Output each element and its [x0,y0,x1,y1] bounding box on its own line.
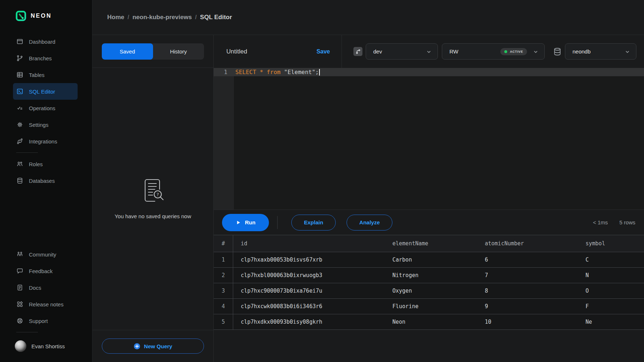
avatar [15,340,26,352]
sidebar-item-docs[interactable]: Docs [13,279,78,296]
table-header-row: # id elementName atomicNumber symbol [214,235,644,252]
neon-logo[interactable]: NEON [16,10,92,22]
cell-id: clp7hxbl000063b0ixrwuogb3 [233,272,392,279]
sidebar-item-label: Feedback [29,268,53,274]
sidebar-item-label: Docs [29,285,41,291]
column-header-symbol: symbol [586,240,644,247]
life-ring-icon [16,317,23,324]
plus-circle-icon [134,343,140,350]
document-icon [16,284,23,291]
sidebar-item-label: Roles [29,161,43,167]
chevron-down-icon [624,48,631,55]
editor-pane: Untitled Save dev [214,35,644,362]
chevron-down-icon [425,48,432,55]
query-row-count: 5 rows [619,219,635,225]
sidebar-item-feedback[interactable]: Feedback [13,263,78,279]
sidebar-item-community[interactable]: Community [13,246,78,263]
table-row[interactable]: 3 clp7hxc9000073b0ixa76ei7u Oxygen 8 O [214,283,644,299]
sidebar-item-label: Tables [29,72,44,78]
sidebar-spacer [0,189,92,246]
breadcrumb-project[interactable]: neon-kube-previews [132,14,192,21]
sidebar-divider [16,152,38,153]
table-row[interactable]: 2 clp7hxbl000063b0ixrwuogb3 Nitrogen 7 N [214,268,644,283]
cell-atomicNumber: 9 [485,303,586,310]
tab-saved[interactable]: Saved [102,43,153,60]
sql-string-token: "Element" [284,69,316,76]
cell-elementName: Carbon [392,257,485,263]
sidebar-item-release-notes[interactable]: Release notes [13,296,78,313]
empty-state-text: You have no saved queries now [114,213,191,219]
queries-tabs: Saved History [102,43,204,60]
cell-elementName: Neon [392,319,485,325]
analyze-button[interactable]: Analyze [347,215,392,230]
sidebar-item-label: Community [29,251,56,258]
table-row[interactable]: 1 clp7hxaxb00053b0isvs67xrb Carbon 6 C [214,252,644,268]
status-badge: ACTIVE [500,48,527,55]
cell-symbol: Ne [586,319,644,325]
endpoint-select[interactable]: RW ACTIVE [442,43,545,60]
sidebar-item-settings[interactable]: Settings [13,116,78,133]
tab-history[interactable]: History [153,43,204,60]
column-header-index: # [214,235,233,252]
explain-button[interactable]: Explain [291,215,336,230]
sidebar-item-dashboard[interactable]: Dashboard [13,33,78,50]
sidebar-item-label: Dashboard [29,39,55,45]
editor-gutter [214,68,234,210]
cell-elementName: Fluorine [392,303,485,310]
save-button[interactable]: Save [317,48,330,55]
sidebar-item-label: Support [29,318,48,324]
sidebar-item-support[interactable]: Support [13,313,78,329]
run-label: Run [245,219,255,225]
app-window: NEON Dashboard Branches Tables [0,0,644,362]
query-title-section: Untitled Save [214,35,342,68]
database-select-value: neondb [573,48,591,55]
play-icon [235,220,241,225]
branch-chip-icon [353,47,362,56]
main-area: Home / neon-kube-previews / SQL Editor S… [92,0,644,362]
sidebar-divider [16,332,38,332]
query-duration: < 1ms [593,219,608,225]
database-select[interactable]: neondb [565,43,636,60]
community-icon [16,251,23,258]
user-menu[interactable]: Evan Shortiss [15,340,92,352]
sidebar-item-label: Operations [29,105,55,111]
table-icon [16,71,23,78]
row-index: 5 [214,314,233,329]
sidebar-item-branches[interactable]: Branches [13,50,78,66]
sidebar-item-sql-editor[interactable]: SQL Editor [13,83,78,100]
saved-queries-empty-state: ? You have no saved queries now [92,68,213,330]
svg-text:?: ? [156,192,159,197]
run-button[interactable]: Run [222,214,269,231]
queries-tabs-row: Saved History [92,35,213,68]
breadcrumb-home[interactable]: Home [107,14,124,21]
content-row: Saved History [92,35,644,362]
sql-editor-icon [16,88,23,95]
dashboard-icon [16,38,23,45]
table-row[interactable]: 5 clp7hxdkx00093b0isy08gkrh Neon 10 Ne [214,314,644,330]
breadcrumb-separator: / [127,14,129,21]
branch-select[interactable]: dev [366,43,438,60]
breadcrumb: Home / neon-kube-previews / SQL Editor [92,0,644,35]
git-branch-icon [16,55,23,62]
table-row[interactable]: 4 clp7hxcwk00083b0i6i3463r6 Fluorine 9 F [214,299,644,314]
query-title: Untitled [226,48,247,55]
sidebar-item-roles[interactable]: Roles [13,156,78,172]
new-query-button[interactable]: New Query [102,339,204,354]
chevron-down-icon [532,48,539,55]
sidebar-item-integrations[interactable]: Integrations [13,133,78,150]
sidebar-item-operations[interactable]: Operations [13,100,78,116]
toolbar-divider [277,216,278,229]
sql-code-text: SELECT * from "Element"; [234,69,320,76]
sidebar-nav: Dashboard Branches Tables SQL Editor [0,33,92,189]
row-index: 2 [214,268,233,283]
sql-code-editor[interactable]: 1 SELECT * from "Element"; [214,68,644,210]
sidebar-item-tables[interactable]: Tables [13,66,78,83]
sidebar-item-databases[interactable]: Databases [13,172,78,189]
operations-icon [16,104,23,112]
cell-elementName: Oxygen [392,288,485,294]
cell-id: clp7hxcwk00083b0i6i3463r6 [233,303,392,310]
row-index: 3 [214,283,233,298]
column-header-atomicNumber: atomicNumber [485,240,586,247]
column-header-elementName: elementName [392,240,485,247]
saved-queries-panel: Saved History [92,35,214,362]
